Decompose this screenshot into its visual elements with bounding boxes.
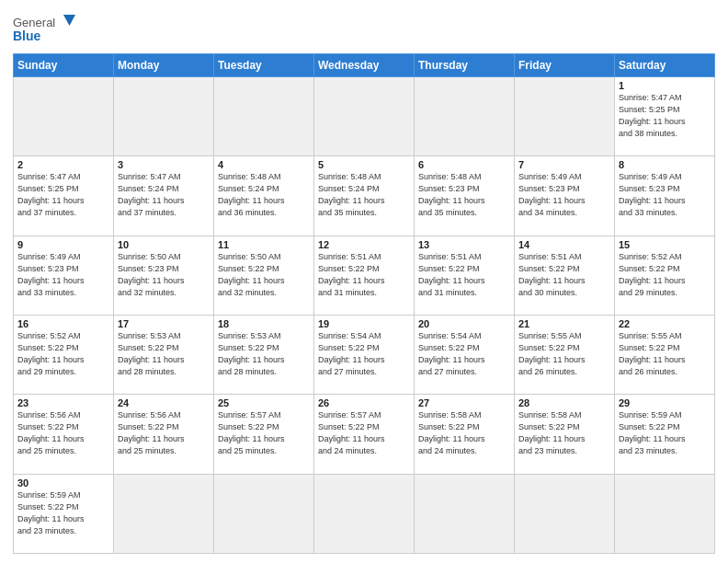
weekday-header-friday: Friday <box>515 54 615 77</box>
calendar-cell: 21Sunrise: 5:55 AM Sunset: 5:22 PM Dayli… <box>515 315 615 394</box>
cell-sun-info: Sunrise: 5:49 AM Sunset: 5:23 PM Dayligh… <box>518 171 610 219</box>
calendar-cell: 9Sunrise: 5:49 AM Sunset: 5:23 PM Daylig… <box>14 236 114 315</box>
calendar-table: SundayMondayTuesdayWednesdayThursdayFrid… <box>13 53 715 554</box>
cell-sun-info: Sunrise: 5:53 AM Sunset: 5:22 PM Dayligh… <box>118 330 210 378</box>
calendar-week-row: 30Sunrise: 5:59 AM Sunset: 5:22 PM Dayli… <box>14 474 715 553</box>
cell-sun-info: Sunrise: 5:52 AM Sunset: 5:22 PM Dayligh… <box>17 330 109 378</box>
cell-date-number: 20 <box>418 318 510 329</box>
calendar-cell: 11Sunrise: 5:50 AM Sunset: 5:22 PM Dayli… <box>214 236 314 315</box>
cell-sun-info: Sunrise: 5:48 AM Sunset: 5:24 PM Dayligh… <box>318 171 410 219</box>
calendar-cell: 17Sunrise: 5:53 AM Sunset: 5:22 PM Dayli… <box>114 315 214 394</box>
cell-date-number: 29 <box>619 397 711 408</box>
calendar-cell: 2Sunrise: 5:47 AM Sunset: 5:25 PM Daylig… <box>14 156 114 236</box>
calendar-cell: 16Sunrise: 5:52 AM Sunset: 5:22 PM Dayli… <box>14 315 114 394</box>
calendar-cell <box>314 474 415 553</box>
logo: General Blue <box>13 13 77 48</box>
cell-date-number: 26 <box>318 397 410 408</box>
cell-date-number: 13 <box>418 239 510 250</box>
calendar-cell: 5Sunrise: 5:48 AM Sunset: 5:24 PM Daylig… <box>314 156 415 236</box>
weekday-header-sunday: Sunday <box>14 54 114 77</box>
cell-date-number: 23 <box>17 397 109 408</box>
calendar-cell: 3Sunrise: 5:47 AM Sunset: 5:24 PM Daylig… <box>114 156 214 236</box>
cell-sun-info: Sunrise: 5:58 AM Sunset: 5:22 PM Dayligh… <box>518 409 610 457</box>
calendar-cell: 15Sunrise: 5:52 AM Sunset: 5:22 PM Dayli… <box>615 236 715 315</box>
cell-date-number: 19 <box>318 318 410 329</box>
generalblue-logo-icon: General Blue <box>13 13 77 48</box>
cell-date-number: 11 <box>218 239 310 250</box>
cell-sun-info: Sunrise: 5:49 AM Sunset: 5:23 PM Dayligh… <box>619 171 711 219</box>
cell-sun-info: Sunrise: 5:50 AM Sunset: 5:23 PM Dayligh… <box>118 251 210 299</box>
calendar-cell: 8Sunrise: 5:49 AM Sunset: 5:23 PM Daylig… <box>615 156 715 236</box>
calendar-cell: 29Sunrise: 5:59 AM Sunset: 5:22 PM Dayli… <box>615 395 715 474</box>
cell-sun-info: Sunrise: 5:51 AM Sunset: 5:22 PM Dayligh… <box>418 251 510 299</box>
svg-text:General: General <box>13 16 55 29</box>
cell-sun-info: Sunrise: 5:58 AM Sunset: 5:22 PM Dayligh… <box>418 409 510 457</box>
cell-date-number: 10 <box>118 239 210 250</box>
calendar-week-row: 23Sunrise: 5:56 AM Sunset: 5:22 PM Dayli… <box>14 395 715 474</box>
cell-date-number: 17 <box>118 318 210 329</box>
weekday-header-tuesday: Tuesday <box>214 54 314 77</box>
cell-sun-info: Sunrise: 5:50 AM Sunset: 5:22 PM Dayligh… <box>218 251 310 299</box>
cell-date-number: 16 <box>17 318 109 329</box>
calendar-cell: 12Sunrise: 5:51 AM Sunset: 5:22 PM Dayli… <box>314 236 415 315</box>
weekday-header-wednesday: Wednesday <box>314 54 415 77</box>
cell-sun-info: Sunrise: 5:53 AM Sunset: 5:22 PM Dayligh… <box>218 330 310 378</box>
calendar-cell: 20Sunrise: 5:54 AM Sunset: 5:22 PM Dayli… <box>415 315 515 394</box>
cell-date-number: 24 <box>118 397 210 408</box>
cell-date-number: 8 <box>619 159 711 170</box>
calendar-week-row: 16Sunrise: 5:52 AM Sunset: 5:22 PM Dayli… <box>14 315 715 394</box>
cell-sun-info: Sunrise: 5:57 AM Sunset: 5:22 PM Dayligh… <box>218 409 310 457</box>
calendar-cell: 23Sunrise: 5:56 AM Sunset: 5:22 PM Dayli… <box>14 395 114 474</box>
calendar-cell: 7Sunrise: 5:49 AM Sunset: 5:23 PM Daylig… <box>515 156 615 236</box>
cell-sun-info: Sunrise: 5:54 AM Sunset: 5:22 PM Dayligh… <box>318 330 410 378</box>
calendar-week-row: 9Sunrise: 5:49 AM Sunset: 5:23 PM Daylig… <box>14 236 715 315</box>
weekday-header-row: SundayMondayTuesdayWednesdayThursdayFrid… <box>14 54 715 77</box>
calendar-cell: 13Sunrise: 5:51 AM Sunset: 5:22 PM Dayli… <box>415 236 515 315</box>
cell-sun-info: Sunrise: 5:48 AM Sunset: 5:23 PM Dayligh… <box>418 171 510 219</box>
calendar-cell: 18Sunrise: 5:53 AM Sunset: 5:22 PM Dayli… <box>214 315 314 394</box>
cell-date-number: 6 <box>418 159 510 170</box>
calendar-cell <box>114 474 214 553</box>
calendar-cell <box>615 474 715 553</box>
cell-date-number: 27 <box>418 397 510 408</box>
calendar-cell <box>515 77 615 156</box>
calendar-cell <box>14 77 114 156</box>
cell-sun-info: Sunrise: 5:51 AM Sunset: 5:22 PM Dayligh… <box>518 251 610 299</box>
cell-sun-info: Sunrise: 5:56 AM Sunset: 5:22 PM Dayligh… <box>118 409 210 457</box>
calendar-cell: 4Sunrise: 5:48 AM Sunset: 5:24 PM Daylig… <box>214 156 314 236</box>
calendar-cell: 19Sunrise: 5:54 AM Sunset: 5:22 PM Dayli… <box>314 315 415 394</box>
cell-sun-info: Sunrise: 5:49 AM Sunset: 5:23 PM Dayligh… <box>17 251 109 299</box>
svg-marker-2 <box>63 15 75 26</box>
calendar-cell: 28Sunrise: 5:58 AM Sunset: 5:22 PM Dayli… <box>515 395 615 474</box>
calendar-cell <box>415 77 515 156</box>
cell-date-number: 30 <box>17 477 109 488</box>
calendar-cell: 6Sunrise: 5:48 AM Sunset: 5:23 PM Daylig… <box>415 156 515 236</box>
cell-date-number: 25 <box>218 397 310 408</box>
weekday-header-monday: Monday <box>114 54 214 77</box>
cell-date-number: 21 <box>518 318 610 329</box>
calendar-cell: 1Sunrise: 5:47 AM Sunset: 5:25 PM Daylig… <box>615 77 715 156</box>
cell-date-number: 18 <box>218 318 310 329</box>
cell-date-number: 3 <box>118 159 210 170</box>
cell-date-number: 28 <box>518 397 610 408</box>
cell-date-number: 14 <box>518 239 610 250</box>
cell-date-number: 15 <box>619 239 711 250</box>
calendar-cell <box>114 77 214 156</box>
cell-sun-info: Sunrise: 5:57 AM Sunset: 5:22 PM Dayligh… <box>318 409 410 457</box>
cell-date-number: 1 <box>619 80 711 91</box>
calendar-cell <box>214 77 314 156</box>
calendar-week-row: 1Sunrise: 5:47 AM Sunset: 5:25 PM Daylig… <box>14 77 715 156</box>
cell-sun-info: Sunrise: 5:55 AM Sunset: 5:22 PM Dayligh… <box>619 330 711 378</box>
calendar-cell: 14Sunrise: 5:51 AM Sunset: 5:22 PM Dayli… <box>515 236 615 315</box>
cell-date-number: 22 <box>619 318 711 329</box>
cell-sun-info: Sunrise: 5:55 AM Sunset: 5:22 PM Dayligh… <box>518 330 610 378</box>
weekday-header-thursday: Thursday <box>415 54 515 77</box>
cell-date-number: 7 <box>518 159 610 170</box>
cell-sun-info: Sunrise: 5:47 AM Sunset: 5:25 PM Dayligh… <box>17 171 109 219</box>
cell-sun-info: Sunrise: 5:47 AM Sunset: 5:24 PM Dayligh… <box>118 171 210 219</box>
calendar-cell <box>515 474 615 553</box>
cell-sun-info: Sunrise: 5:56 AM Sunset: 5:22 PM Dayligh… <box>17 409 109 457</box>
cell-sun-info: Sunrise: 5:51 AM Sunset: 5:22 PM Dayligh… <box>318 251 410 299</box>
svg-text:Blue: Blue <box>13 29 41 43</box>
calendar-cell <box>415 474 515 553</box>
